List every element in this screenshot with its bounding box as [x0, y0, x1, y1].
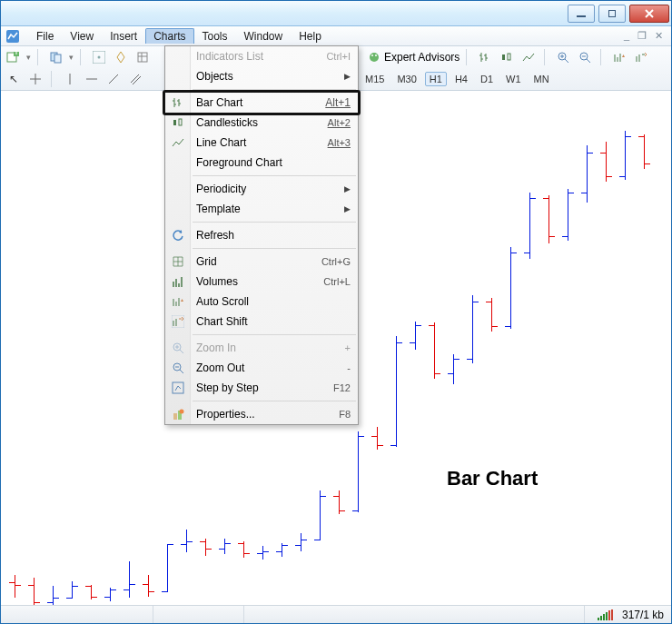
properties-icon — [165, 408, 191, 421]
svg-rect-5 — [54, 54, 61, 63]
menu-zoom-in[interactable]: Zoom In+ — [165, 338, 358, 358]
svg-point-10 — [371, 54, 373, 56]
svg-point-24 — [180, 410, 184, 414]
minimize-button[interactable] — [568, 5, 595, 23]
refresh-icon — [165, 229, 191, 242]
timeframe-mn[interactable]: MN — [529, 72, 554, 86]
svg-point-11 — [375, 54, 377, 56]
menu-line-chart[interactable]: Line ChartAlt+3 — [165, 133, 358, 153]
ohlc-bar — [410, 91, 422, 604]
menu-refresh[interactable]: Refresh — [165, 225, 358, 245]
mdi-restore-button[interactable]: ❐ — [635, 30, 649, 42]
menu-properties[interactable]: Properties...F8 — [165, 404, 358, 424]
timeframe-d1[interactable]: D1 — [476, 72, 498, 86]
cursor-icon[interactable]: ↖ — [5, 70, 23, 88]
grid-icon — [165, 255, 191, 268]
charts-dropdown: Indicators ListCtrl+I Objects▶ Bar Chart… — [164, 45, 359, 425]
timeframe-m30[interactable]: M30 — [392, 72, 420, 86]
candlestick-icon — [165, 116, 191, 129]
equidistant-icon[interactable] — [126, 70, 144, 88]
svg-rect-17 — [179, 119, 182, 125]
svg-point-7 — [98, 56, 101, 59]
menu-foreground-chart[interactable]: Foreground Chart — [165, 153, 358, 173]
candlestick-icon[interactable] — [498, 48, 516, 66]
ohlc-bar — [390, 91, 403, 604]
menu-autoscroll[interactable]: Auto Scroll — [165, 292, 358, 312]
app-window: File View Insert Charts Tools Window Hel… — [0, 0, 672, 624]
menu-chartshift[interactable]: Chart Shift — [165, 312, 358, 332]
data-window-icon[interactable] — [133, 48, 152, 66]
svg-rect-22 — [173, 413, 177, 420]
horizontal-line-icon[interactable] — [83, 70, 101, 88]
ohlc-bar — [467, 91, 479, 604]
menu-candlesticks[interactable]: CandlesticksAlt+2 — [165, 113, 358, 133]
ohlc-bar — [505, 91, 518, 604]
volumes-icon — [165, 275, 191, 288]
mdi-minimize-button[interactable]: _ — [621, 30, 632, 42]
ohlc-bar — [562, 91, 575, 604]
timeframe-h4[interactable]: H4 — [450, 72, 472, 86]
menu-step-by-step[interactable]: Step by StepF12 — [165, 378, 358, 398]
connection-status: 317/1 kb — [622, 609, 664, 621]
svg-rect-8 — [138, 53, 147, 62]
menu-grid[interactable]: GridCtrl+G — [165, 252, 358, 272]
svg-text:+: + — [13, 50, 19, 58]
profiles-icon[interactable] — [47, 48, 65, 66]
menu-window[interactable]: Window — [236, 28, 292, 45]
new-chart-icon[interactable]: + — [5, 48, 23, 66]
maximize-button[interactable] — [598, 5, 626, 23]
trendline-icon[interactable] — [104, 70, 123, 88]
ohlc-bar — [524, 91, 537, 604]
svg-rect-21 — [173, 382, 183, 393]
ohlc-bar — [619, 91, 632, 604]
highlight-box — [163, 90, 361, 115]
market-watch-icon[interactable] — [90, 48, 108, 66]
zoom-in-icon[interactable] — [554, 48, 572, 66]
ohlc-bar — [638, 91, 651, 604]
zoom-out-icon[interactable] — [576, 48, 594, 66]
close-button[interactable] — [629, 5, 669, 23]
ohlc-bar — [486, 91, 499, 604]
ohlc-bar — [143, 91, 155, 604]
ohlc-bar — [581, 91, 594, 604]
menu-template[interactable]: Template▶ — [165, 199, 358, 219]
menu-tools[interactable]: Tools — [194, 28, 236, 45]
line-chart-icon — [165, 136, 191, 149]
ohlc-bar — [600, 91, 613, 604]
bar-chart-icon — [165, 96, 191, 109]
vertical-line-icon[interactable] — [61, 70, 79, 88]
timeframe-w1[interactable]: W1 — [501, 72, 526, 86]
menu-bar-chart[interactable]: Bar Chart Alt+1 — [165, 93, 358, 113]
expert-advisors-button[interactable]: Expert Advisors — [368, 51, 460, 64]
expert-advisors-icon — [368, 51, 380, 64]
menu-volumes[interactable]: VolumesCtrl+L — [165, 272, 358, 292]
menu-zoom-out[interactable]: Zoom Out- — [165, 358, 358, 378]
menu-charts[interactable]: Charts — [145, 28, 193, 44]
navigator-icon[interactable] — [112, 48, 130, 66]
ohlc-bar — [124, 91, 136, 604]
crosshair-icon[interactable] — [26, 70, 44, 88]
ohlc-bar — [448, 91, 460, 604]
menu-indicators-list[interactable]: Indicators ListCtrl+I — [165, 46, 358, 66]
menu-insert[interactable]: Insert — [102, 28, 145, 45]
ohlc-bar — [28, 91, 41, 604]
timeframe-m15[interactable]: M15 — [361, 72, 389, 86]
mdi-close-button[interactable]: ✕ — [652, 30, 666, 42]
svg-point-9 — [370, 53, 379, 62]
menu-periodicity[interactable]: Periodicity▶ — [165, 179, 358, 199]
svg-rect-16 — [173, 120, 176, 125]
bar-chart-icon[interactable] — [476, 48, 494, 66]
ohlc-bar — [85, 91, 98, 604]
svg-rect-12 — [502, 54, 505, 60]
menu-view[interactable]: View — [62, 28, 102, 45]
timeframe-h1[interactable]: H1 — [425, 72, 447, 86]
menu-help[interactable]: Help — [291, 28, 330, 45]
menu-file[interactable]: File — [28, 28, 62, 45]
line-chart-icon[interactable] — [519, 48, 538, 66]
autoscroll-icon[interactable] — [610, 48, 628, 66]
chartshift-icon[interactable] — [632, 48, 650, 66]
ohlc-bar — [104, 91, 117, 604]
statusbar: 317/1 kb — [1, 605, 671, 623]
autoscroll-icon — [165, 295, 191, 308]
menu-objects[interactable]: Objects▶ — [165, 66, 358, 86]
